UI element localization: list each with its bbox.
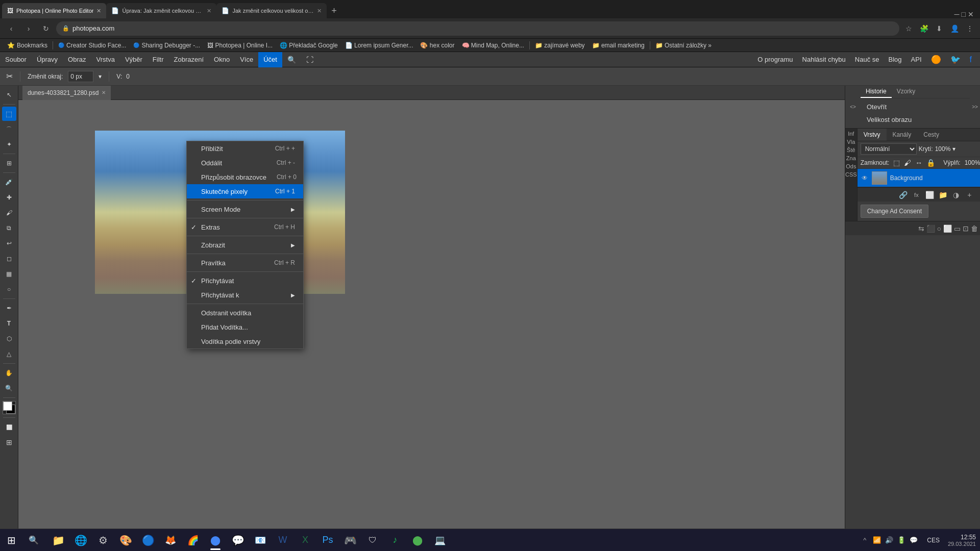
blend-mode-select[interactable]: Normální <box>861 143 917 155</box>
tray-chevron[interactable]: ^ <box>860 535 870 545</box>
downloads-icon[interactable]: ⬇ <box>933 22 945 35</box>
tab-2-close[interactable]: ✕ <box>207 8 211 14</box>
bookmarks-label[interactable]: ⭐ Bookmarks <box>4 40 51 51</box>
tool-hand[interactable]: ✋ <box>2 366 16 380</box>
menu-item-zobrazit[interactable]: Zobrazit ▶ <box>187 238 303 252</box>
taskbar-chrome[interactable]: 🌈 <box>182 529 204 552</box>
rpanel-menu-otevrit[interactable]: Otevřít <box>863 101 968 113</box>
menu-search-icon[interactable]: 🔍 <box>282 52 301 67</box>
tool-path[interactable]: ⬡ <box>2 332 16 346</box>
menu-obraz[interactable]: Obraz <box>63 52 91 67</box>
bookmark-hexcolor[interactable]: 🎨 Změnit okraj:hex color <box>417 40 457 51</box>
layers-tab-vrstvy[interactable]: Vrstvy <box>857 129 887 141</box>
taskbar-green-app[interactable]: ⬤ <box>406 529 429 552</box>
browser-minimize[interactable]: ─ <box>954 10 960 18</box>
tool-gradient[interactable]: ▦ <box>2 267 16 281</box>
tool-pen[interactable]: ✒ <box>2 301 16 315</box>
taskbar-clock[interactable]: 12:55 29.03.2021 <box>944 534 980 547</box>
layer-mask-icon[interactable]: ⬜ <box>924 189 935 201</box>
tool-clone[interactable]: ⧉ <box>2 221 16 235</box>
tool-brush[interactable]: 🖌 <box>2 206 16 220</box>
menu-twitter-icon[interactable]: 🐦 <box>947 55 964 64</box>
layer-fx-icon[interactable]: fx <box>911 189 922 201</box>
layers-tab-cesty[interactable]: Cesty <box>917 129 945 141</box>
foreground-color[interactable] <box>3 401 16 414</box>
tool-history[interactable]: ↩ <box>2 236 16 251</box>
taskbar-search-button[interactable]: 🔍 <box>22 529 45 552</box>
lock-pixels-icon[interactable]: ⬚ <box>893 159 900 167</box>
layer-link-icon[interactable]: 🔗 <box>897 189 909 201</box>
rpanel-tab-historie[interactable]: Historie <box>861 86 892 98</box>
taskbar-fb[interactable]: 🔵 <box>137 529 159 552</box>
tool-mode-1[interactable]: ⬜ <box>2 420 16 434</box>
menu-reddit-icon[interactable]: 🟠 <box>928 55 944 64</box>
bookmark-sharing-debugger[interactable]: 🔵 Sharing Debugger -... <box>130 40 203 51</box>
menu-item-skutecne[interactable]: Skutečné pixely Ctrl + 1 <box>187 184 303 198</box>
layer-adjustment-icon[interactable]: ◑ <box>950 189 962 201</box>
bottom-icon-3[interactable]: ○ <box>937 224 941 233</box>
tray-notification[interactable]: 💬 <box>909 535 919 545</box>
tab-1[interactable]: 🖼 Photopea | Online Photo Editor ✕ <box>2 3 106 18</box>
tool-marquee[interactable]: ⬚ <box>2 107 16 121</box>
menu-vice[interactable]: Více <box>235 52 258 67</box>
menu-api[interactable]: API <box>908 56 925 63</box>
layer-add-icon[interactable]: + <box>964 189 975 201</box>
menu-zobrazeni[interactable]: Zobrazení <box>169 52 209 67</box>
start-button[interactable]: ⊞ <box>0 529 22 552</box>
taskbar-firefox[interactable]: 🦊 <box>159 529 182 552</box>
panel-expand-right[interactable]: >> <box>970 86 980 128</box>
tool-lasso[interactable]: ⌒ <box>2 122 16 136</box>
taskbar-teams[interactable]: 💬 <box>227 529 249 552</box>
lock-move-icon[interactable]: ↔ <box>915 159 922 167</box>
back-button[interactable]: ‹ <box>4 21 18 36</box>
bookmark-creator-studio[interactable]: 🔵 Creator Studio Face... <box>55 40 129 51</box>
tool-screen-mode[interactable]: ⊞ <box>2 435 16 449</box>
extensions-icon[interactable]: 🧩 <box>918 22 930 35</box>
menu-item-pravitka[interactable]: Pravítka Ctrl + R <box>187 256 303 270</box>
canvas-tab-item[interactable]: dunes-4033821_1280.psd ✕ <box>22 86 111 100</box>
taskbar-paint[interactable]: 🎨 <box>114 529 137 552</box>
bookmark-zajimave[interactable]: 📁 zajímavé weby <box>532 40 588 51</box>
tool-crop[interactable]: ⊞ <box>2 156 16 170</box>
taskbar-outlook[interactable]: 📧 <box>249 529 272 552</box>
layer-delete-icon[interactable]: 🗑 <box>977 189 980 201</box>
bottom-icon-2[interactable]: ⬛ <box>926 224 935 233</box>
tray-battery[interactable]: 🔋 <box>896 535 906 545</box>
menu-nahlasit[interactable]: Nahlásit chybu <box>799 56 849 63</box>
menu-item-voditka-vrstvy[interactable]: Vodítka podle vrstvy <box>187 334 303 348</box>
menu-item-prichytavat-k[interactable]: Přichytávat k ▶ <box>187 288 303 302</box>
bookmark-photopea[interactable]: 🖼 Photopea | Online I... <box>204 40 276 51</box>
bookmark-others[interactable]: 📁 Ostatní záložky » <box>652 40 715 51</box>
menu-filtr[interactable]: Filtr <box>148 52 169 67</box>
change-ad-consent-button[interactable]: Change Ad Consent <box>861 205 928 218</box>
layer-item-background[interactable]: 👁 Background <box>857 169 980 187</box>
bookmark-translate[interactable]: 🌐 Překladač Google <box>277 40 341 51</box>
menu-item-prichytavat[interactable]: ✓ Přichytávat <box>187 273 303 288</box>
bottom-icon-7[interactable]: 🗑 <box>971 224 978 233</box>
tool-dodge[interactable]: ○ <box>2 282 16 296</box>
menu-item-priblizit[interactable]: Přiblížit Ctrl + + <box>187 141 303 156</box>
taskbar-language[interactable]: CES <box>923 537 944 544</box>
rpanel-tab-vzorky[interactable]: Vzorky <box>892 86 921 98</box>
opacity-arrow[interactable]: ▾ <box>952 145 955 153</box>
menu-item-prizpusobit[interactable]: Přizpůsobit obrazovce Ctrl + 0 <box>187 170 303 184</box>
bookmark-star[interactable]: ☆ <box>902 22 915 35</box>
tool-heal[interactable]: ✚ <box>2 190 16 205</box>
address-bar[interactable]: 🔒 photopea.com <box>56 21 899 36</box>
rpanel-menu-velikost[interactable]: Velikost obrazu <box>863 113 968 126</box>
menu-soubor[interactable]: Soubor <box>0 52 32 67</box>
browser-maximize[interactable]: □ <box>962 10 966 18</box>
menu-blog[interactable]: Blog <box>886 56 905 63</box>
new-tab-button[interactable]: + <box>327 3 341 18</box>
bottom-icon-4[interactable]: ⬜ <box>943 224 952 233</box>
taskbar-excel[interactable]: X <box>294 529 316 552</box>
browser-menu-icon[interactable]: ⋮ <box>964 22 976 35</box>
bottom-icon-1[interactable]: ⇆ <box>918 224 924 233</box>
menu-item-oddalit[interactable]: Oddálit Ctrl + - <box>187 156 303 170</box>
tool-magic-wand[interactable]: ✦ <box>2 137 16 152</box>
menu-fullscreen-icon[interactable]: ⛶ <box>301 52 318 67</box>
menu-item-odstranit[interactable]: Odstranit vodítka <box>187 306 303 320</box>
tab-2[interactable]: 📄 Úprava: Jak změnit celkovou vel... ✕ <box>106 3 216 18</box>
tool-text[interactable]: T <box>2 316 16 331</box>
menu-item-screen-mode[interactable]: Screen Mode ▶ <box>187 202 303 216</box>
